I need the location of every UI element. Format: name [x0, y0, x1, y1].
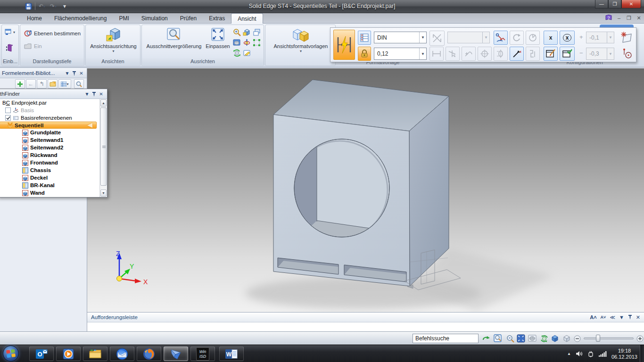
- tab-flaechenmodellierung[interactable]: Flächenmodellierung: [48, 13, 113, 24]
- point-on-circle-button[interactable]: [619, 47, 635, 61]
- status-zoom-area-button[interactable]: [493, 334, 503, 343]
- value-x-button[interactable]: x: [544, 31, 558, 45]
- doc-close-button[interactable]: ✕: [636, 15, 642, 21]
- status-rotate-button[interactable]: [539, 334, 549, 343]
- library-up-level-button[interactable]: ↰: [37, 79, 47, 89]
- angle-dimension-button[interactable]: [446, 47, 460, 61]
- zoom-in-button[interactable]: [635, 334, 644, 343]
- pathfinder-pin-icon[interactable]: [91, 90, 98, 97]
- library-new-folder-button[interactable]: [48, 79, 58, 89]
- ein-button[interactable]: Ein: [22, 42, 44, 50]
- doc-minimize-button[interactable]: –: [616, 15, 622, 21]
- pathfinder-close-icon[interactable]: ✕: [98, 90, 105, 97]
- tab-pruefen[interactable]: Prüfen: [174, 13, 203, 24]
- lock-dimension-button[interactable]: [358, 47, 371, 61]
- show-window-button[interactable]: ▾: [5, 29, 15, 36]
- prompt-pin-icon[interactable]: [628, 314, 632, 321]
- taskbar-media-player-button[interactable]: [56, 346, 81, 361]
- model-viewport[interactable]: Z X Y: [87, 68, 644, 312]
- refresh-view-button[interactable]: [232, 49, 241, 58]
- show-desktop-button[interactable]: [640, 345, 644, 362]
- crossed-dimension-button[interactable]: [429, 31, 445, 46]
- scroll-down-button[interactable]: ▼: [100, 189, 107, 197]
- panel-collapse-icon[interactable]: ▼: [64, 70, 71, 76]
- dimension-style-select[interactable]: DIN ▼: [374, 32, 427, 43]
- ebenen-bestimmen-button[interactable]: Ebenen bestimmen: [22, 29, 83, 38]
- dimension-type-select[interactable]: ▼: [447, 32, 490, 43]
- library-view-mode-button[interactable]: ▾: [58, 79, 71, 89]
- qat-customize-button[interactable]: ▾: [60, 2, 69, 10]
- tab-home[interactable]: Home: [21, 13, 48, 24]
- status-visible-edges-button[interactable]: [561, 334, 572, 343]
- tab-extras[interactable]: Extras: [203, 13, 231, 24]
- tree-item-deckel[interactable]: Deckel: [0, 174, 99, 181]
- panel-close-icon[interactable]: ✕: [78, 70, 85, 76]
- status-zoom-button[interactable]: [505, 334, 515, 343]
- basis-checkbox[interactable]: [5, 107, 11, 113]
- update-view-button[interactable]: [481, 334, 491, 343]
- tree-item-chassis[interactable]: Chassis: [0, 166, 99, 174]
- taskbar-winisd-button[interactable]: Win ISD: [190, 346, 215, 361]
- tree-item-frontwand[interactable]: Frontwand: [0, 159, 99, 166]
- basisreferenzebenen-checkbox[interactable]: [5, 115, 11, 121]
- network-signal-icon[interactable]: [599, 351, 607, 357]
- sketch-dimension-button[interactable]: [494, 31, 508, 45]
- command-search-input[interactable]: [413, 334, 479, 343]
- new-plane-button[interactable]: [619, 30, 635, 46]
- taskbar-word-button[interactable]: W: [219, 346, 244, 361]
- symmetric-dimension-button[interactable]: [494, 47, 508, 61]
- taskbar-thunderbird-button[interactable]: [110, 346, 134, 361]
- taskbar-explorer-button[interactable]: [83, 346, 107, 361]
- pathfinder-header[interactable]: thFinder ▼ ✕: [0, 89, 107, 99]
- recompute-dimension-button[interactable]: [510, 31, 524, 45]
- collapse-up-icon[interactable]: ≪: [610, 314, 615, 321]
- status-shaded-view-button[interactable]: [550, 334, 560, 343]
- hide-layer-button[interactable]: [6, 44, 13, 52]
- tree-item-wand[interactable]: Wand: [0, 189, 99, 197]
- formula-x-button[interactable]: x: [560, 31, 575, 45]
- tree-item-sequentiell[interactable]: Sequentiell: [0, 122, 97, 129]
- tree-item-br-kanal[interactable]: BR-Kanal: [0, 181, 99, 189]
- tree-item-basisreferenzebenen[interactable]: Basisreferenzebenen: [0, 114, 99, 122]
- linear-dimension-button[interactable]: [429, 47, 444, 61]
- library-back-button[interactable]: ←: [26, 79, 36, 89]
- ausschnittvergroesserung-button[interactable]: Ausschnittvergrößerung: [144, 27, 204, 49]
- doc-restore-button[interactable]: ❐: [626, 15, 632, 21]
- restore-button[interactable]: ❐: [608, 0, 621, 8]
- ansichtsformatvorlagen-button[interactable]: Ansichtsformatvorlagen ▾: [265, 27, 336, 53]
- sketch-view-button[interactable]: [242, 49, 251, 58]
- tree-root-document[interactable]: BC Endprojekt.par: [0, 99, 99, 107]
- edit-dimension-button[interactable]: [544, 47, 558, 61]
- zoom-selected-button[interactable]: [242, 28, 251, 37]
- taskbar-solid-edge-button[interactable]: [164, 346, 188, 361]
- rotate-button[interactable]: [242, 38, 251, 47]
- volume-icon[interactable]: [576, 351, 583, 357]
- intellisketch-relations-button[interactable]: [333, 30, 355, 60]
- stacked-dimension-button[interactable]: [526, 47, 540, 61]
- pathfinder-scrollbar[interactable]: ▲ ▼: [99, 99, 107, 197]
- status-fit-button[interactable]: [516, 334, 526, 343]
- tree-item-rueckwand[interactable]: Rückwand: [0, 151, 99, 159]
- scroll-up-button[interactable]: ▲: [100, 99, 107, 107]
- redo-button[interactable]: ↷▾: [49, 2, 58, 10]
- zoom-slider-track[interactable]: [584, 337, 634, 339]
- prompt-close-icon[interactable]: ✕: [636, 314, 640, 321]
- pie-dimension-button[interactable]: [526, 31, 540, 45]
- zoom-slider-thumb[interactable]: [596, 335, 600, 342]
- zoom-button[interactable]: [232, 28, 241, 37]
- scrollbar-thumb[interactable]: [100, 107, 107, 186]
- library-add-button[interactable]: [15, 79, 25, 89]
- pathfinder-collapse-icon[interactable]: ▼: [83, 90, 91, 97]
- zoom-out-button[interactable]: [572, 334, 582, 343]
- hidden-icons-button[interactable]: ▲: [567, 352, 571, 356]
- panel-pin-icon[interactable]: [71, 70, 78, 76]
- coordinate-dimension-button[interactable]: [462, 47, 476, 61]
- lower-tolerance-select[interactable]: -0,3 ▼: [586, 48, 614, 60]
- power-plug-icon[interactable]: [587, 351, 594, 357]
- expand-down-icon[interactable]: ▼: [619, 314, 624, 320]
- dimension-rounding-select[interactable]: 0,12 ▼: [374, 48, 427, 60]
- einpassen-button[interactable]: Einpassen: [204, 27, 231, 49]
- tab-simulation[interactable]: Simulation: [135, 13, 174, 24]
- minimize-button[interactable]: —: [595, 0, 608, 8]
- tree-item-basis[interactable]: Basis: [0, 107, 99, 114]
